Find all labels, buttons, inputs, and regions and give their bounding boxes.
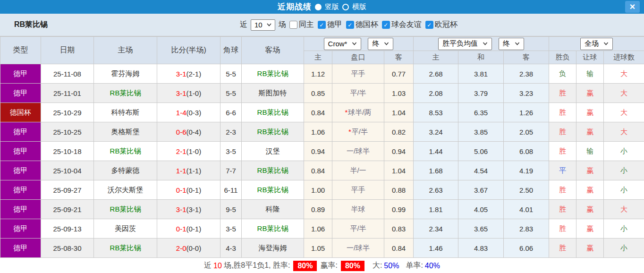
checkbox-club-friendly[interactable]: ✓	[382, 21, 390, 29]
result-goals-cell: 小	[604, 239, 644, 258]
avg-lose-odds-cell: 3.23	[504, 84, 549, 103]
col-header-away: 客场	[242, 37, 304, 64]
avg-draw-odds-cell: 3.67	[458, 180, 504, 200]
home-team-cell: RB莱比锡	[94, 142, 157, 161]
result-wdl-cell: 平	[549, 161, 576, 180]
horizontal-layout-label[interactable]: 横版	[352, 2, 366, 11]
home-team-cell: 多特蒙德	[94, 161, 157, 180]
result-goals-cell: 小	[604, 161, 644, 180]
league-cell: 德国杯	[0, 103, 41, 122]
handicap-line-cell: 一/球半	[332, 142, 384, 161]
league-cell: 德甲	[0, 239, 41, 258]
avg-stage-select[interactable]: 终	[499, 38, 524, 50]
big-rate-value: 50%	[384, 262, 399, 270]
odds-company-select[interactable]: Crow*	[324, 38, 362, 50]
handicap-away-odds-cell: 0.88	[384, 180, 414, 200]
sub-header-avg-lose: 客	[504, 51, 549, 64]
result-wdl-cell: 胜	[549, 180, 576, 200]
score-cell: 0-1(0-1)	[157, 180, 220, 200]
table-row: 德甲25-09-27沃尔夫斯堡0-1(0-1)6-11RB莱比锡1.00平手0.…	[0, 180, 644, 200]
sub-header-goals: 进球数	[604, 51, 644, 64]
table-row: 德甲25-10-04多特蒙德1-1(1-1)7-7RB莱比锡0.84半/一1.0…	[0, 161, 644, 180]
results-tbody: 德甲25-11-08霍芬海姆3-1(2-1)5-5RB莱比锡1.12平手0.77…	[0, 64, 644, 258]
avg-lose-odds-cell: 2.38	[504, 64, 549, 84]
table-row: 德甲25-10-18RB莱比锡2-1(1-0)3-5汉堡0.94一/球半0.94…	[0, 142, 644, 161]
avg-win-odds-cell: 1.68	[414, 161, 458, 180]
checkbox-same-home[interactable]	[289, 21, 297, 29]
date-cell: 25-10-04	[41, 161, 94, 180]
col-header-type: 类型	[0, 37, 41, 64]
handicap-line-cell: 半/一	[332, 161, 384, 180]
big-rate-label: 大:	[373, 261, 382, 271]
result-wdl-cell: 胜	[549, 200, 576, 219]
league-cell: 德甲	[0, 219, 41, 239]
away-team-cell: RB莱比锡	[242, 64, 304, 84]
result-goals-cell: 大	[604, 84, 644, 103]
single-rate-label: 单率:	[406, 261, 423, 271]
avg-draw-odds-cell: 3.81	[458, 64, 504, 84]
checkbox-label-same-home: 同主	[299, 20, 314, 30]
date-cell: 25-11-01	[41, 84, 94, 103]
vertical-layout-radio[interactable]	[315, 4, 322, 10]
handicap-home-odds-cell: 1.06	[304, 219, 332, 239]
result-handicap-cell: 输	[576, 142, 604, 161]
handicap-away-odds-cell: 0.94	[384, 142, 414, 161]
away-team-cell: RB莱比锡	[242, 161, 304, 180]
handicap-home-odds-cell: 1.05	[304, 239, 332, 258]
ying-rate-label: 赢率:	[320, 261, 337, 271]
vertical-layout-label[interactable]: 竖版	[325, 2, 339, 11]
checkbox-dfb-pokal[interactable]: ✓	[346, 21, 354, 29]
result-wdl-cell: 胜	[549, 219, 576, 239]
avg-win-odds-cell: 2.34	[414, 219, 458, 239]
home-team-cell: RB莱比锡	[94, 239, 157, 258]
avg-draw-odds-cell: 4.83	[458, 239, 504, 258]
odds-stage-select[interactable]: 终	[368, 38, 393, 50]
result-wdl-cell: 胜	[549, 122, 576, 142]
handicap-away-odds-cell: 0.99	[384, 200, 414, 219]
table-row: 德甲25-08-30RB莱比锡2-0(0-0)4-3海登海姆1.05一/球半0.…	[0, 239, 644, 258]
title-bar: 近期战绩 竖版 横版 ✕	[0, 0, 644, 14]
handicap-home-odds-cell: 0.84	[304, 161, 332, 180]
checkbox-label-club-friendly: 球会友谊	[391, 20, 422, 30]
chevron-down-icon	[384, 42, 389, 45]
sub-header-avg-win: 主	[414, 51, 458, 64]
corners-cell: 4-3	[220, 239, 242, 258]
avg-lose-odds-cell: 2.05	[504, 122, 549, 142]
avg-win-odds-cell: 1.44	[414, 142, 458, 161]
handicap-line-cell: *球半/两	[332, 103, 384, 122]
home-team-cell: 沃尔夫斯堡	[94, 180, 157, 200]
checkbox-bundesliga[interactable]: ✓	[318, 21, 326, 29]
away-team-cell: RB莱比锡	[242, 219, 304, 239]
handicap-home-odds-cell: 0.84	[304, 103, 332, 122]
league-cell: 德甲	[0, 180, 41, 200]
score-cell: 0-6(0-4)	[157, 122, 220, 142]
avg-odds-select[interactable]: 胜平负均值	[438, 38, 492, 50]
handicap-line-cell: 平/半	[332, 84, 384, 103]
single-rate-value: 40%	[425, 262, 440, 270]
corners-cell: 3-5	[220, 142, 242, 161]
team-name-label: RB莱比锡	[14, 20, 48, 30]
away-team-cell: 斯图加特	[242, 84, 304, 103]
score-cell: 3-1(1-0)	[157, 84, 220, 103]
away-team-cell: 科隆	[242, 200, 304, 219]
handicap-home-odds-cell: 1.12	[304, 64, 332, 84]
handicap-away-odds-cell: 0.84	[384, 239, 414, 258]
handicap-home-odds-cell: 0.89	[304, 200, 332, 219]
avg-lose-odds-cell: 2.50	[504, 180, 549, 200]
home-team-cell: 科特布斯	[94, 103, 157, 122]
handicap-line-cell: 半球	[332, 200, 384, 219]
result-handicap-cell: 输	[576, 64, 604, 84]
date-cell: 25-09-13	[41, 219, 94, 239]
fulltime-select[interactable]: 全场	[580, 38, 613, 50]
horizontal-layout-radio[interactable]	[342, 4, 349, 10]
handicap-home-odds-cell: 1.00	[304, 180, 332, 200]
handicap-line-cell: 平手	[332, 64, 384, 84]
checkbox-champions-league[interactable]: ✓	[425, 21, 433, 29]
avg-draw-odds-cell: 3.85	[458, 122, 504, 142]
match-count-select[interactable]: 10	[251, 19, 275, 31]
away-team-cell: RB莱比锡	[242, 103, 304, 122]
close-icon[interactable]: ✕	[625, 1, 640, 13]
result-handicap-cell: 赢	[576, 84, 604, 103]
date-cell: 25-09-21	[41, 200, 94, 219]
sub-header-handicap-result: 让球	[576, 51, 604, 64]
